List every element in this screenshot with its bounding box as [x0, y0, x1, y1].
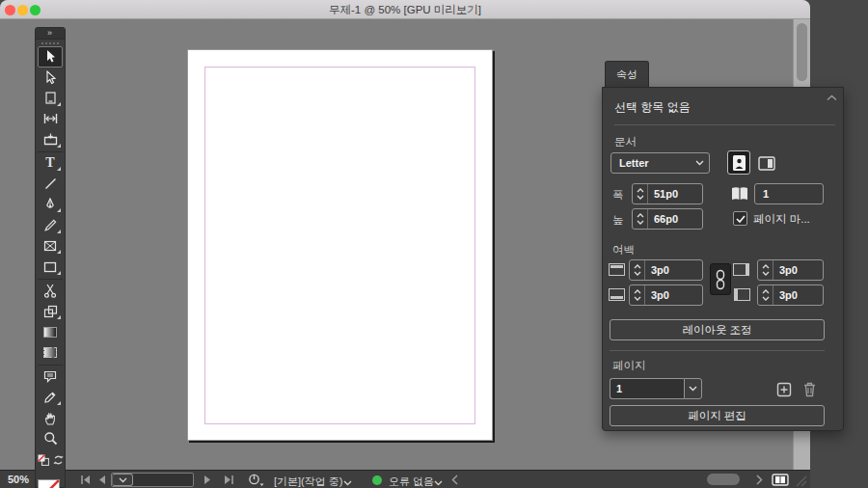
margin-top-icon: [609, 263, 625, 276]
zoom-tool-icon: [43, 431, 58, 446]
page-number-dropdown[interactable]: [112, 474, 133, 486]
last-page-button[interactable]: [222, 474, 235, 485]
width-field[interactable]: 51p0: [632, 183, 703, 204]
eyedropper-tool[interactable]: [37, 387, 64, 408]
margin-top-value[interactable]: 3p0: [645, 260, 702, 280]
margin-inside-icon: [733, 263, 746, 276]
edit-pages-button[interactable]: 페이지 편집: [610, 405, 825, 426]
height-value[interactable]: 66p0: [648, 209, 702, 229]
gradient-feather-tool[interactable]: [37, 342, 64, 364]
horizontal-scrollbar-thumb[interactable]: [707, 474, 740, 485]
scroll-left-arrow-icon[interactable]: [451, 474, 465, 485]
first-page-button[interactable]: [79, 474, 93, 485]
margin-inside-field[interactable]: 3p0: [757, 259, 824, 281]
pen-tool[interactable]: [37, 195, 64, 216]
margin-top-field[interactable]: 3p0: [629, 259, 703, 281]
margin-outside-icon: [737, 288, 750, 301]
pages-spread-icon[interactable]: [772, 474, 791, 486]
stepper-icon[interactable]: [630, 260, 645, 280]
margin-inside-value[interactable]: 3p0: [773, 260, 823, 280]
document-page[interactable]: [187, 49, 493, 441]
current-page-dropdown[interactable]: 1: [610, 378, 702, 399]
margin-bottom-value[interactable]: 3p0: [645, 285, 702, 305]
rectangle-tool[interactable]: [37, 257, 64, 278]
direct-selection-arrow-icon: [44, 70, 57, 85]
note-tool[interactable]: [37, 366, 64, 388]
preflight-profile[interactable]: [기본](작업 중): [274, 474, 343, 488]
width-value[interactable]: 51p0: [648, 184, 702, 203]
selection-tool[interactable]: [38, 46, 63, 68]
height-label: 높: [612, 213, 624, 228]
scroll-right-arrow-icon[interactable]: [756, 474, 770, 485]
next-page-button[interactable]: [203, 474, 216, 485]
stepper-icon[interactable]: [758, 285, 773, 305]
stepper-icon[interactable]: [633, 184, 648, 203]
portrait-orientation-button[interactable]: [727, 150, 750, 175]
margin-outside-value[interactable]: 3p0: [773, 285, 823, 305]
page-count-value[interactable]: 1: [755, 184, 823, 203]
hand-tool[interactable]: [37, 408, 64, 429]
page-size-value: Letter: [611, 157, 690, 169]
eyedropper-tool-icon: [43, 391, 57, 404]
add-page-button[interactable]: [775, 381, 793, 398]
tools-panel-drag-handle[interactable]: [36, 40, 65, 46]
titlebar[interactable]: 무제-1 @ 50% [GPU 미리보기]: [0, 0, 810, 19]
page-number-field[interactable]: 1: [111, 473, 194, 487]
properties-panel: 선택 항목 없음 문서 Letter 폭 51p0 1: [602, 87, 844, 431]
scissors-tool[interactable]: [37, 281, 64, 302]
zoom-tool[interactable]: [37, 428, 64, 449]
pages-section-label: 페이지: [612, 359, 646, 373]
preflight-status[interactable]: 오류 없음: [389, 474, 434, 488]
margin-bottom-icon: [609, 288, 625, 301]
direct-selection-tool[interactable]: [37, 68, 64, 89]
tab-properties[interactable]: 속성: [605, 61, 649, 87]
stepper-icon[interactable]: [630, 285, 645, 305]
adjust-layout-button[interactable]: 레이아웃 조정: [610, 319, 825, 340]
margin-outside-field[interactable]: 3p0: [757, 285, 824, 306]
pencil-tool[interactable]: [37, 215, 64, 236]
page-size-dropdown[interactable]: Letter: [610, 152, 710, 174]
rectangle-frame-tool[interactable]: [37, 236, 64, 258]
window-resize-grip[interactable]: [793, 473, 808, 488]
free-transform-tool-icon: [43, 305, 58, 318]
portrait-orientation-icon: [732, 154, 746, 172]
current-page-value[interactable]: 1: [610, 378, 684, 399]
selection-arrow-icon: [44, 49, 57, 64]
zoom-level[interactable]: 50%: [8, 474, 29, 485]
default-fill-stroke-icon[interactable]: [38, 452, 49, 470]
tools-panel: » T: [35, 27, 66, 488]
height-field[interactable]: 66p0: [632, 208, 703, 230]
link-margins-button[interactable]: [710, 263, 731, 295]
margin-guides: [204, 67, 475, 424]
chevron-down-icon[interactable]: [684, 378, 702, 399]
vertical-scrollbar-thumb[interactable]: [797, 23, 807, 81]
preflight-menu-icon[interactable]: [248, 474, 261, 484]
swap-fill-stroke-icon[interactable]: [53, 452, 64, 470]
gradient-swatch-tool[interactable]: [37, 322, 64, 343]
no-errors-status-dot: [372, 475, 382, 485]
type-tool[interactable]: T: [37, 153, 64, 175]
preflight-status-chevron-icon[interactable]: [434, 476, 448, 487]
previous-page-button[interactable]: [97, 474, 111, 485]
stepper-icon[interactable]: [633, 209, 648, 229]
page-count-icon: [729, 184, 750, 203]
landscape-orientation-button[interactable]: [755, 152, 777, 174]
facing-pages-checkbox[interactable]: [733, 211, 747, 226]
tools-panel-expander[interactable]: »: [36, 28, 65, 40]
page-count-field[interactable]: 1: [754, 183, 824, 204]
delete-page-button[interactable]: [800, 380, 818, 398]
checkmark-icon: [736, 215, 746, 223]
free-transform-tool[interactable]: [37, 301, 64, 322]
page-tool[interactable]: [37, 88, 64, 109]
collapse-panel-icon[interactable]: [827, 92, 837, 103]
fill-swatch-none[interactable]: [38, 479, 60, 488]
preflight-profile-chevron-icon[interactable]: [343, 476, 357, 487]
note-tool-icon: [43, 370, 57, 383]
gap-tool[interactable]: [37, 109, 64, 130]
content-collector-tool[interactable]: [37, 129, 64, 150]
margin-bottom-field[interactable]: 3p0: [629, 285, 703, 306]
facing-pages-label[interactable]: 페이지 마...: [753, 212, 810, 227]
stepper-icon[interactable]: [758, 260, 773, 280]
line-tool[interactable]: [37, 174, 64, 195]
pencil-tool-icon: [43, 219, 57, 232]
